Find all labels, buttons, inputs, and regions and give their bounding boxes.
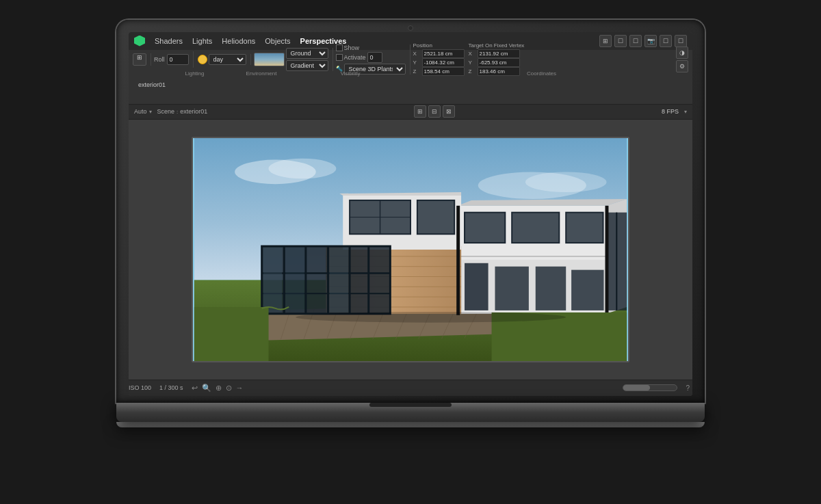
roll-input[interactable] [167, 54, 189, 65]
svg-point-66 [296, 311, 566, 322]
laptop-screen: Shaders Lights Heliodons Objects Perspec… [116, 20, 705, 403]
svg-rect-21 [512, 212, 559, 242]
sky-preview[interactable] [254, 53, 285, 66]
target-y-row: Y [469, 58, 525, 67]
bottom-toolbar: ISO 100 1 / 300 s ↩ 🔍 ⊕ ⊙ → ? [129, 380, 692, 396]
pos-y-label: Y [413, 59, 420, 66]
scene-status: Scene : exterior01 [157, 108, 208, 115]
svg-rect-29 [536, 266, 566, 310]
menu-heliodons[interactable]: Heliodons [222, 37, 255, 45]
pos-y-row: Y [413, 58, 465, 67]
target-x-input[interactable] [478, 49, 520, 58]
svg-rect-58 [329, 248, 348, 313]
svg-point-2 [269, 158, 337, 178]
scene-label: Scene [157, 108, 175, 115]
show-label: Show [344, 44, 360, 51]
roll-label: Roll [154, 56, 165, 63]
target-y-label: Y [469, 59, 475, 66]
architecture-scene-svg [193, 138, 628, 361]
activate-group: Activate [336, 52, 406, 63]
help-btn[interactable]: ? [686, 384, 690, 392]
window-icon-2[interactable]: ☐ [614, 35, 627, 47]
camera-name-label: exterior01 [138, 81, 166, 88]
progress-bar [623, 384, 677, 391]
orbit-icon[interactable]: ⊙ [226, 384, 232, 393]
activate-label: Activate [344, 54, 366, 61]
env-selects: Ground Gradient [286, 48, 328, 71]
activate-checkbox[interactable] [336, 54, 343, 61]
camera-icon[interactable]: 📷 [644, 35, 657, 47]
scene-value: exterior01 [180, 108, 207, 115]
svg-rect-63 [605, 205, 609, 315]
svg-point-4 [525, 172, 607, 192]
pos-x-row: X [413, 49, 465, 58]
roll-section: Roll [154, 51, 194, 68]
screen-bezel: Shaders Lights Heliodons Objects Perspec… [129, 32, 692, 396]
window-icon-5[interactable]: ☐ [675, 35, 687, 47]
activate-input[interactable] [367, 52, 382, 63]
fps-display: 8 FPS [662, 108, 679, 115]
menu-bar: Shaders Lights Heliodons Objects Perspec… [129, 32, 692, 50]
app-logo [134, 36, 145, 47]
target-y-input[interactable] [478, 58, 520, 67]
coordinates-section-label: Coordinates [395, 70, 688, 77]
target-label: Target On Fixed Vertex [469, 42, 525, 49]
viewport-icon-2[interactable]: ⊟ [428, 105, 441, 118]
pos-x-label: X [413, 51, 420, 57]
right-icon-1[interactable]: ◑ [676, 47, 688, 59]
svg-rect-28 [495, 266, 528, 310]
show-group: Show [336, 44, 406, 51]
window-icon-3[interactable]: ☐ [629, 35, 642, 47]
undo-icon[interactable]: ↩ [192, 384, 198, 393]
svg-rect-64 [194, 306, 269, 360]
pan-icon[interactable]: → [236, 384, 244, 392]
window-icon-4[interactable]: ☐ [660, 35, 672, 47]
day-select[interactable]: day night [209, 54, 246, 65]
auto-status: Auto ▾ [134, 108, 152, 115]
svg-rect-22 [566, 212, 603, 242]
svg-rect-27 [465, 263, 488, 310]
svg-rect-57 [285, 248, 304, 313]
lighting-section-label: Lighting [172, 70, 217, 77]
laptop-notch [369, 403, 452, 407]
pos-y-input[interactable] [422, 58, 465, 67]
fps-arrow: ▾ [684, 109, 687, 115]
target-x-label: X [469, 51, 475, 57]
ground-select[interactable]: Ground [286, 48, 328, 59]
webcam-dot [408, 25, 413, 31]
window-icon-1[interactable]: ⊞ [599, 35, 612, 47]
viewport-icon-1[interactable]: ⊞ [414, 105, 426, 118]
svg-rect-20 [465, 212, 505, 242]
zoom-in-icon[interactable]: 🔍 [202, 384, 211, 393]
menu-objects[interactable]: Objects [265, 37, 290, 45]
svg-rect-30 [571, 269, 603, 310]
menu-shaders[interactable]: Shaders [155, 37, 183, 45]
target-x-row: X [469, 49, 525, 58]
view-toggle-btn[interactable]: ⊞ [133, 53, 146, 66]
svg-rect-43 [417, 200, 454, 233]
auto-label: Auto [134, 108, 147, 115]
laptop-foot [116, 422, 705, 427]
sun-icon [198, 55, 207, 64]
svg-rect-62 [456, 205, 460, 315]
menu-lights[interactable]: Lights [192, 37, 212, 45]
iso-label: ISO 100 [129, 384, 151, 391]
progress-fill [623, 385, 650, 390]
scene-view [192, 137, 629, 362]
toolbar: ⊞ Roll day night [129, 50, 692, 105]
viewport[interactable] [129, 120, 692, 380]
viewport-icon-3[interactable]: ⊠ [443, 105, 455, 118]
shutter-label: 1 / 300 s [159, 384, 183, 391]
laptop-base [116, 403, 705, 422]
environment-section-label: Environment [217, 70, 306, 77]
statusbar: Auto ▾ Scene : exterior01 ⊞ ⊟ ⊠ 8 FPS ▾ [129, 105, 692, 120]
show-checkbox[interactable] [336, 44, 343, 51]
svg-rect-56 [263, 248, 283, 313]
visibility-section-label: Visibility [306, 70, 395, 77]
position-label: Position [413, 42, 465, 49]
pos-x-input[interactable] [422, 49, 465, 58]
fit-icon[interactable]: ⊕ [216, 384, 222, 393]
